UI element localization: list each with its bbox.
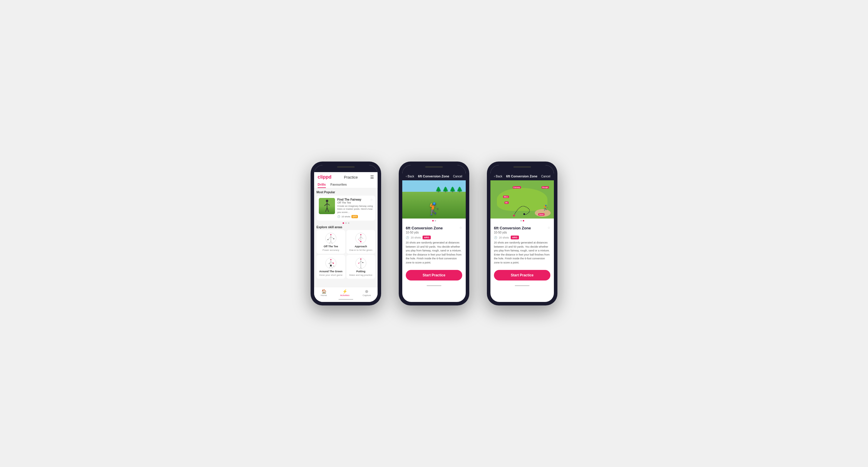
tab-drills[interactable]: Drills [318, 181, 326, 188]
p3-back-button[interactable]: ‹ Back [494, 175, 502, 178]
phone-3-notch [490, 165, 554, 172]
off-tee-icon [325, 232, 337, 244]
p3-back-chevron: ‹ [494, 175, 495, 178]
p1-content: Most Popular [314, 188, 378, 287]
drill-card-meta: 🕐 10 shots OTT [337, 215, 373, 218]
drill-hero-image: 🌲 🌲 🌲 🌲 🏌️ [402, 180, 466, 219]
skill-card-putting[interactable]: Putting Make and lag practice [346, 255, 375, 279]
p3-start-practice-button[interactable]: Start Practice [494, 270, 550, 280]
drill-favourite-star[interactable]: ☆ [459, 226, 462, 230]
svg-line-9 [328, 237, 331, 240]
p3-drill-range: 10-50 yds [494, 231, 531, 234]
phone-1-screen: clippd Practice ☰ Drills Favourites Most… [314, 165, 378, 302]
skill-desc-atg: Hone your short game [319, 274, 342, 276]
home-indicator-2 [402, 283, 466, 288]
drill-meta: 🕐 20 shots ARG [406, 236, 462, 239]
drill-card-description: Create an imaginary fairway using trees … [337, 205, 373, 214]
home-indicator-3 [490, 283, 554, 288]
p3-cancel-button[interactable]: Cancel [541, 175, 550, 178]
golfer-scene: 🌲 🌲 🌲 🌲 🏌️ [402, 180, 466, 219]
menu-icon[interactable]: ☰ [370, 175, 374, 179]
drill-card-subtitle: Off The Tee [337, 201, 373, 204]
arg-badge: ARG [423, 236, 431, 239]
p3-drill-meta: 🕐 20 shots ARG [494, 236, 550, 239]
drill-name-group: 6ft Conversion Zone 10-50 yds [406, 226, 443, 234]
p3-header-title: 6ft Conversion Zone [506, 174, 537, 178]
nav-activities-label: Activities [340, 294, 350, 297]
svg-line-3 [327, 204, 330, 205]
tree-1: 🌲 [435, 186, 442, 193]
svg-line-2 [324, 204, 327, 206]
drill-name-row: 6ft Conversion Zone 10-50 yds ☆ [406, 226, 462, 234]
putting-icon [355, 257, 367, 269]
tab-favourites[interactable]: Favourites [331, 181, 347, 188]
map-carousel-dots [490, 219, 554, 223]
skill-name-atg: Around The Green [319, 270, 342, 273]
p3-drill-description: 20 shots are randomly generated at dista… [494, 241, 550, 265]
back-button[interactable]: ‹ Back [406, 175, 414, 178]
skill-name-ott: Off The Tee [324, 245, 338, 248]
svg-point-29 [333, 263, 334, 264]
capture-icon: ⊕ [365, 289, 369, 294]
tree-2: 🌲 [442, 186, 449, 193]
skill-desc-approach: Dial-in to hit the green [349, 249, 372, 252]
svg-line-4 [326, 208, 327, 212]
golfer-thumbnail [319, 198, 335, 214]
back-chevron: ‹ [406, 175, 407, 178]
skill-card-off-tee[interactable]: Off The Tee Power accuracy [316, 230, 345, 254]
app-logo: clippd [318, 174, 332, 180]
skill-desc-ott: Power accuracy [322, 249, 339, 252]
svg-line-12 [331, 242, 333, 243]
phone-3: ‹ Back 6ft Conversion Zone Cancel Fairwa… [487, 162, 557, 305]
svg-point-0 [326, 200, 328, 202]
tree-3: 🌲 [449, 186, 456, 193]
nav-capture-label: Capture [363, 294, 371, 297]
notch-bar [337, 166, 355, 168]
notch-bar-3 [513, 166, 531, 168]
tree-4: 🌲 [456, 186, 463, 193]
skill-desc-putting: Make and lag practice [349, 274, 372, 276]
clock-icon: 🕐 [337, 215, 340, 218]
around-green-icon [325, 257, 337, 269]
nav-capture[interactable]: ⊕ Capture [363, 289, 371, 297]
p3-arg-badge: ARG [511, 236, 519, 239]
phone-3-screen: ‹ Back 6ft Conversion Zone Cancel Fairwa… [490, 165, 554, 302]
drill-card-image [319, 198, 335, 214]
svg-point-31 [334, 266, 334, 267]
p3-clock-icon: 🕐 [494, 236, 497, 239]
p3-shots-count: 20 shots [499, 236, 509, 239]
p2-app-header: ‹ Back 6ft Conversion Zone Cancel [402, 172, 466, 180]
approach-icon [355, 232, 367, 244]
app-header: clippd Practice ☰ [314, 172, 378, 180]
skill-card-approach[interactable]: Approach Dial-in to hit the green [346, 230, 375, 254]
svg-point-40 [363, 262, 364, 263]
nav-home[interactable]: 🏠 Home [320, 289, 327, 297]
drill-description: 20 shots are randomly generated at dista… [406, 241, 462, 265]
favourite-star[interactable]: ☆ [370, 198, 373, 201]
phone-2: ‹ Back 6ft Conversion Zone Cancel 🌲 🌲 🌲 … [399, 162, 469, 305]
skill-grid: Off The Tee Power accuracy [316, 230, 375, 279]
start-practice-button[interactable]: Start Practice [406, 270, 462, 280]
p3-drill-name: 6ft Conversion Zone [494, 226, 531, 230]
p3-drill-favourite-star[interactable]: ☆ [548, 226, 550, 230]
dot-3 [348, 222, 349, 224]
phone-2-notch [402, 165, 466, 172]
featured-drill-card[interactable]: Find The Fairway Off The Tee Create an i… [316, 196, 375, 221]
svg-line-10 [331, 237, 334, 239]
svg-point-14 [334, 238, 334, 239]
map-scene: Fairway Rough Miss Hit Sand 🏌️ [490, 180, 554, 219]
drill-map-image: Fairway Rough Miss Hit Sand 🏌️ [490, 180, 554, 219]
header-title: Practice [344, 175, 358, 179]
dot-1 [343, 222, 344, 224]
map-golfer: 🏌️ [542, 204, 549, 211]
cancel-button[interactable]: Cancel [453, 175, 462, 178]
skill-card-around-green[interactable]: Around The Green Hone your short game [316, 255, 345, 279]
svg-point-28 [330, 265, 332, 266]
ott-badge: OTT [351, 215, 358, 218]
notch-bar-2 [425, 166, 443, 168]
svg-point-13 [328, 239, 329, 240]
clock-icon-2: 🕐 [406, 236, 409, 239]
nav-activities[interactable]: ⚡ Activities [340, 289, 350, 297]
trees-background: 🌲 🌲 🌲 🌲 [402, 186, 466, 193]
dot-2 [345, 222, 347, 224]
